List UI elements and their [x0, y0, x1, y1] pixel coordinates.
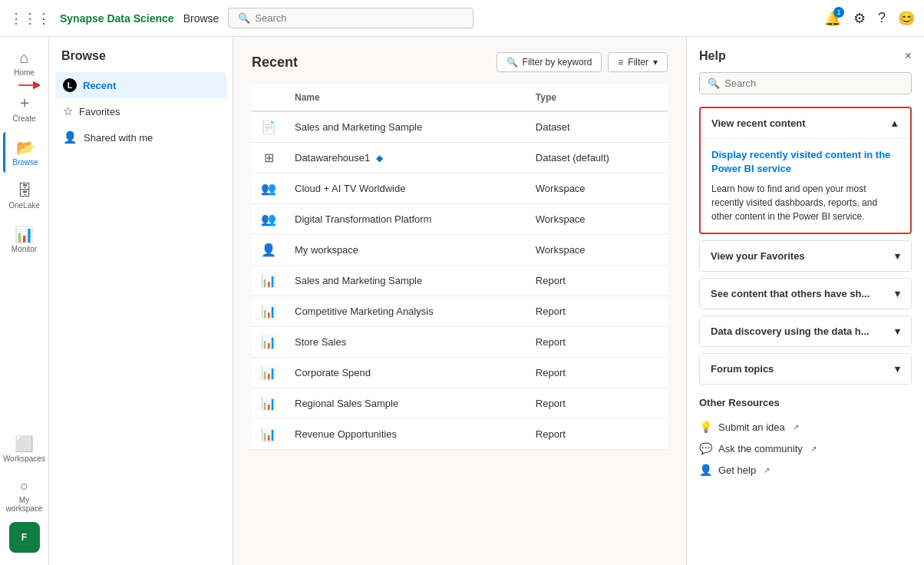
help-section-forum-label: Forum topics [711, 363, 774, 375]
browse-nav-favorites[interactable]: ☆ Favorites [55, 98, 226, 124]
row-name[interactable]: My workspace [285, 235, 526, 266]
notification-button[interactable]: 🔔 1 [824, 10, 841, 27]
help-section-view-recent-content: Display recently visited content in the … [701, 138, 910, 233]
help-section-view-recent: View recent content ▲ Display recently v… [699, 107, 912, 234]
table-row[interactable]: ⊞Datawarehouse1 ◆Dataset (default) [252, 143, 668, 173]
settings-button[interactable]: ⚙ [853, 10, 866, 27]
row-type: Report [526, 327, 668, 358]
row-type-icon: 📊 [252, 388, 285, 419]
sidebar-item-browse[interactable]: 📂 Browse [3, 132, 46, 173]
diamond-badge: ◆ [373, 153, 382, 164]
row-name[interactable]: Cloud + AI TV Worldwide [285, 173, 526, 204]
row-type: Dataset (default) [526, 143, 668, 173]
table-row[interactable]: 📄Sales and Marketing SampleDataset [252, 111, 668, 143]
recent-nav-icon: L [63, 78, 77, 92]
monitor-icon: 📊 [15, 225, 34, 243]
notification-badge: 1 [833, 7, 844, 18]
filter-button[interactable]: ≡ Filter ▾ [608, 52, 668, 72]
home-label: Home [14, 68, 35, 77]
help-title: Help [699, 49, 726, 63]
account-button[interactable]: 😊 [898, 10, 915, 27]
workspaces-label: Workspaces [3, 454, 45, 463]
help-section-shared-header[interactable]: See content that others have sh... ▾ [700, 279, 911, 309]
row-name[interactable]: Corporate Spend [285, 358, 526, 388]
table-row[interactable]: 📊Store SalesReport [252, 327, 668, 358]
filter-icon: ≡ [618, 57, 623, 68]
table-row[interactable]: 📊Revenue OpportunitiesReport [252, 419, 668, 450]
help-header: Help × [699, 49, 912, 63]
row-type: Report [526, 388, 668, 419]
col-type-header: Type [526, 84, 668, 111]
get-help-label: Get help [718, 464, 756, 476]
row-type-icon: 📄 [252, 111, 285, 143]
table-row[interactable]: 📊Competitive Marketing AnalysisReport [252, 296, 668, 327]
filter-keyword-icon: 🔍 [507, 57, 518, 68]
row-type-icon: 📊 [252, 266, 285, 296]
sidebar-item-onelake[interactable]: 🗄 OneLake [3, 176, 46, 216]
filter-by-keyword-button[interactable]: 🔍 Filter by keyword [497, 52, 602, 72]
gethelp-icon: 👤 [699, 464, 712, 476]
create-icon: ＋ [17, 92, 32, 113]
table-row[interactable]: 📊Regional Sales SampleReport [252, 388, 668, 419]
help-section-favorites-header[interactable]: View your Favorites ▾ [700, 241, 911, 271]
fabric-badge[interactable]: F [9, 522, 40, 553]
help-section-view-recent-header[interactable]: View recent content ▲ [701, 108, 910, 138]
row-type-icon: 📊 [252, 296, 285, 327]
row-name[interactable]: Datawarehouse1 ◆ [285, 143, 526, 173]
help-button[interactable]: ? [878, 10, 886, 26]
help-section-data-discovery-header[interactable]: Data discovery using the data h... ▾ [700, 316, 911, 346]
browse-icon-wrap: 📂 [16, 138, 35, 157]
top-search-bar[interactable]: 🔍 [228, 8, 474, 28]
filter-keyword-label: Filter by keyword [523, 57, 592, 68]
top-right-icons: 🔔 1 ⚙ ? 😊 [824, 10, 915, 27]
help-section-forum-header[interactable]: Forum topics ▾ [700, 354, 911, 384]
filter-chevron-icon: ▾ [653, 57, 658, 68]
help-section-view-recent-label: View recent content [711, 117, 806, 129]
sidebar-item-workspaces[interactable]: ⬜ Workspaces [3, 428, 46, 469]
external-link-icon-3: ↗ [764, 466, 770, 474]
help-section-shared: See content that others have sh... ▾ [699, 278, 912, 309]
top-search-input[interactable] [255, 12, 464, 24]
chevron-down-icon-4: ▾ [895, 363, 900, 375]
table-row[interactable]: 📊Corporate SpendReport [252, 358, 668, 388]
table-header-row: Name Type [252, 84, 668, 111]
table-row[interactable]: 👤My workspaceWorkspace [252, 235, 668, 266]
ask-community-label: Ask the community [718, 443, 803, 454]
table-row[interactable]: 👥Digital Transformation PlatformWorkspac… [252, 204, 668, 235]
chevron-up-icon: ▲ [889, 117, 899, 129]
row-name[interactable]: Sales and Marketing Sample [285, 266, 526, 296]
help-close-button[interactable]: × [905, 49, 912, 63]
table-row[interactable]: 📊Sales and Marketing SampleReport [252, 266, 668, 296]
get-help-link[interactable]: 👤 Get help ↗ [699, 459, 912, 481]
fabric-label: F [21, 532, 27, 543]
browse-nav-sharedwithme[interactable]: 👤 Shared with me [55, 124, 226, 150]
submit-idea-label: Submit an idea [718, 421, 785, 433]
help-recent-link[interactable]: Display recently visited content in the … [711, 148, 899, 176]
sidebar-item-monitor[interactable]: 📊 Monitor [3, 219, 46, 259]
row-name[interactable]: Revenue Opportunities [285, 419, 526, 450]
row-name[interactable]: Competitive Marketing Analysis [285, 296, 526, 327]
external-link-icon-2: ↗ [810, 444, 817, 453]
row-type: Report [526, 419, 668, 450]
ask-community-link[interactable]: 💬 Ask the community ↗ [699, 438, 912, 459]
row-type-icon: 📊 [252, 327, 285, 358]
sidebar-item-myworkspace[interactable]: ○ My workspace [3, 472, 46, 519]
row-name[interactable]: Sales and Marketing Sample [285, 111, 526, 143]
submit-idea-link[interactable]: 💡 Submit an idea ↗ [699, 416, 912, 438]
browse-link[interactable]: Browse [183, 12, 219, 25]
onelake-icon: 🗄 [17, 182, 32, 200]
row-type-icon: 📊 [252, 358, 285, 388]
browse-nav-recent[interactable]: L Recent [55, 72, 226, 98]
row-type: Report [526, 296, 668, 327]
row-name[interactable]: Regional Sales Sample [285, 388, 526, 419]
help-search-bar[interactable]: 🔍 [699, 72, 912, 94]
content-table: Name Type 📄Sales and Marketing SampleDat… [252, 84, 668, 450]
help-section-shared-label: See content that others have sh... [711, 288, 870, 299]
row-name[interactable]: Store Sales [285, 327, 526, 358]
help-search-icon: 🔍 [708, 78, 720, 89]
row-name[interactable]: Digital Transformation Platform [285, 204, 526, 235]
top-nav: ⋮⋮⋮ Synapse Data Science Browse 🔍 🔔 1 ⚙ … [0, 0, 924, 37]
table-row[interactable]: 👥Cloud + AI TV WorldwideWorkspace [252, 173, 668, 204]
grid-menu-icon[interactable]: ⋮⋮⋮ [9, 10, 51, 27]
help-search-input[interactable] [724, 78, 903, 89]
